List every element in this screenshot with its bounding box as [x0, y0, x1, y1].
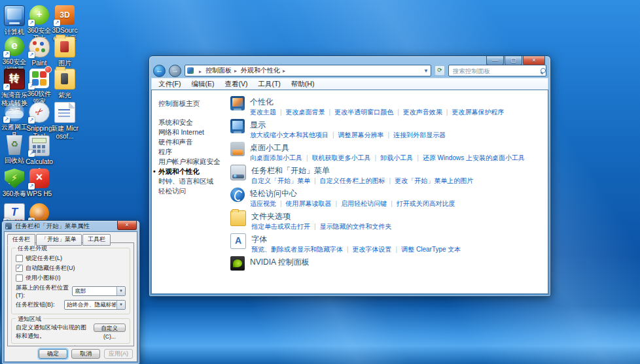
- link-change-screensaver[interactable]: 更改屏幕保护程序: [442, 108, 505, 116]
- link-restore-gadgets[interactable]: 还原 Windows 上安装的桌面小工具: [413, 154, 525, 161]
- checkbox-row-lock-taskbar[interactable]: 锁定任务栏(L): [16, 254, 126, 263]
- tab-toolbars[interactable]: 工具栏: [82, 234, 111, 246]
- tab-start-menu[interactable]: 「开始」菜单: [36, 234, 82, 246]
- menu-help[interactable]: 帮助(H): [291, 80, 315, 89]
- desktop-icon-paint[interactable]: ↗Paint: [25, 37, 54, 67]
- taskbar-buttons-dropdown[interactable]: 始终合并、隐藏标签 ▼: [64, 300, 126, 310]
- search-input[interactable]: [452, 67, 541, 75]
- fonts-icon: [230, 233, 246, 249]
- link-adjust-resolution[interactable]: 调整屏幕分辨率: [329, 131, 384, 139]
- sidebar-item-user-accounts[interactable]: 用户帐户和家庭安全: [158, 157, 229, 167]
- link-adjust-cleartype[interactable]: 调整 ClearType 文本: [392, 246, 461, 253]
- refresh-button[interactable]: ⟳: [435, 65, 445, 76]
- sidebar-item-home[interactable]: 控制面板主页: [158, 99, 229, 108]
- desktop-icon-wps[interactable]: ↗WPS H5: [25, 169, 54, 198]
- link-use-screen-reader[interactable]: 使用屏幕读取器: [276, 200, 332, 207]
- lock-taskbar-checkbox[interactable]: [16, 255, 23, 262]
- personalization-icon: [230, 96, 245, 110]
- link-high-contrast[interactable]: 打开或关闭高对比度: [387, 200, 455, 207]
- section-title-fonts[interactable]: 字体: [251, 234, 267, 245]
- link-change-font-settings[interactable]: 更改字体设置: [343, 246, 392, 253]
- tab-taskbar[interactable]: 任务栏: [7, 234, 35, 246]
- 360-safe-icon: ↗: [29, 5, 49, 25]
- shortcut-arrow-icon: ↗: [3, 51, 10, 58]
- link-preview-fonts[interactable]: 预览、删除或者显示和隐藏字体: [251, 246, 343, 253]
- section-title-folder-options[interactable]: 文件夹选项: [251, 211, 291, 222]
- breadcrumb-control-panel[interactable]: 控制面板: [204, 66, 238, 75]
- ok-button[interactable]: 确定: [39, 349, 67, 359]
- back-button[interactable]: ←: [153, 65, 166, 77]
- 360-browser-icon: ↗: [5, 37, 24, 56]
- autohide-taskbar-checkbox[interactable]: [16, 265, 23, 272]
- link-single-double-click[interactable]: 指定单击或双击打开: [251, 223, 310, 230]
- section-title-desktop-gadgets[interactable]: 桌面小工具: [250, 142, 289, 154]
- section-title-taskbar-start-menu[interactable]: 任务栏和「开始」菜单: [251, 165, 330, 176]
- desktop-icon-pictures[interactable]: 图片: [50, 37, 79, 67]
- link-uninstall-gadgets[interactable]: 卸载小工具: [371, 154, 414, 161]
- snipping-tool-icon: ↗: [29, 102, 50, 123]
- dialog-title: 任务栏和「开始」菜单属性 ×: [2, 221, 139, 231]
- apply-button[interactable]: 应用(A): [104, 349, 133, 359]
- sidebar-item-programs[interactable]: 程序: [158, 147, 229, 157]
- minimize-button[interactable]: —: [486, 56, 504, 65]
- sidebar-item-appearance-personalization[interactable]: 外观和个性化: [158, 167, 229, 176]
- forward-button[interactable]: →: [169, 65, 181, 77]
- link-change-window-color[interactable]: 更改半透明窗口颜色: [325, 108, 394, 116]
- section-nvidia: NVIDIA 控制面板: [230, 256, 542, 271]
- breadcrumb-appearance[interactable]: 外观和个性化: [240, 66, 287, 75]
- sidebar-item-network-internet[interactable]: 网络和 Internet: [158, 127, 229, 137]
- sidebar-item-hardware-sound[interactable]: 硬件和声音: [158, 137, 229, 147]
- link-accommodate-vision[interactable]: 适应视觉: [250, 200, 276, 207]
- link-customize-taskbar-icons[interactable]: 自定义任务栏上的图标: [310, 177, 385, 184]
- maximize-button[interactable]: ▢: [505, 56, 522, 65]
- section-title-display[interactable]: 显示: [250, 120, 266, 131]
- shortcut-arrow-icon: ↗: [28, 83, 35, 90]
- link-change-sound-effects[interactable]: 更改声音效果: [393, 108, 442, 116]
- menu-edit[interactable]: 编辑(E): [191, 80, 214, 89]
- recycle-bin-icon: [5, 135, 24, 155]
- shortcut-arrow-icon: ↗: [3, 183, 10, 190]
- address-dropdown-icon[interactable]: ▼: [423, 68, 429, 74]
- link-change-theme[interactable]: 更改主题: [250, 108, 276, 116]
- link-change-desktop-background[interactable]: 更改桌面背景: [276, 108, 325, 116]
- cancel-button[interactable]: 取消: [71, 349, 100, 359]
- search-box[interactable]: [448, 65, 546, 76]
- sidebar-item-system-security[interactable]: 系统和安全: [158, 118, 229, 127]
- link-customize-start-menu[interactable]: 自定义「开始」菜单: [251, 177, 310, 184]
- window-content: 控制面板主页 系统和安全 网络和 Internet 硬件和声音 程序 用户帐户和…: [151, 90, 548, 294]
- breadcrumb-root-arrow[interactable]: [195, 67, 203, 74]
- link-connect-external-display[interactable]: 连接到外部显示器: [384, 131, 446, 139]
- shortcut-arrow-icon: ↗: [3, 116, 10, 123]
- control-panel-icon: [187, 67, 194, 74]
- menu-tools[interactable]: 工具(T): [258, 80, 280, 89]
- section-title-personalization[interactable]: 个性化: [250, 97, 274, 108]
- small-icons-checkbox[interactable]: [16, 274, 23, 282]
- close-button[interactable]: ×: [523, 56, 545, 65]
- taskbar-buttons-label: 任务栏按钮(B):: [16, 301, 55, 309]
- dialog-close-button[interactable]: ×: [117, 221, 137, 230]
- link-show-hidden-files[interactable]: 显示隐藏的文件和文件夹: [310, 223, 392, 230]
- section-title-nvidia[interactable]: NVIDIA 控制面板: [250, 257, 310, 268]
- title-bar[interactable]: — ▢ ×: [149, 56, 550, 63]
- main-content: 个性化 更改主题更改桌面背景更改半透明窗口颜色更改声音效果更改屏幕保护程序 显示…: [230, 95, 542, 271]
- taskbar-position-dropdown[interactable]: 底部 ▼: [72, 286, 126, 296]
- taskbar-start-menu-icon: [230, 165, 246, 180]
- sidebar-item-ease-of-access[interactable]: 轻松访问: [158, 186, 229, 196]
- link-make-text-larger[interactable]: 放大或缩小文本和其他项目: [250, 131, 329, 139]
- checkbox-row-autohide-taskbar[interactable]: 自动隐藏任务栏(U): [16, 264, 126, 273]
- menu-file[interactable]: 文件(F): [158, 80, 181, 89]
- customize-button[interactable]: 自定义(C)...: [94, 323, 126, 332]
- section-title-ease-of-access[interactable]: 轻松访问中心: [250, 188, 297, 199]
- desktop-icon-ziguang-folder[interactable]: 紫光: [50, 69, 79, 99]
- address-bar[interactable]: 控制面板 外观和个性化 ▼: [185, 65, 431, 76]
- shortcut-arrow-icon: ↗: [54, 20, 60, 26]
- link-change-start-menu-picture[interactable]: 更改「开始」菜单上的图片: [385, 177, 474, 184]
- desktop-icon-new-document[interactable]: 新建 Microsof...: [50, 102, 79, 141]
- link-enable-easy-access-keys[interactable]: 启用轻松访问键: [332, 200, 387, 207]
- link-add-gadgets[interactable]: 向桌面添加小工具: [250, 154, 302, 161]
- checkbox-row-small-icons[interactable]: 使用小图标(I): [16, 274, 126, 282]
- sidebar-item-clock-language-region[interactable]: 时钟、语言和区域: [158, 176, 229, 186]
- menu-view[interactable]: 查看(V): [224, 80, 247, 89]
- 3dsource-icon: ↗: [55, 5, 75, 25]
- link-get-more-gadgets[interactable]: 联机获取更多小工具: [302, 154, 371, 161]
